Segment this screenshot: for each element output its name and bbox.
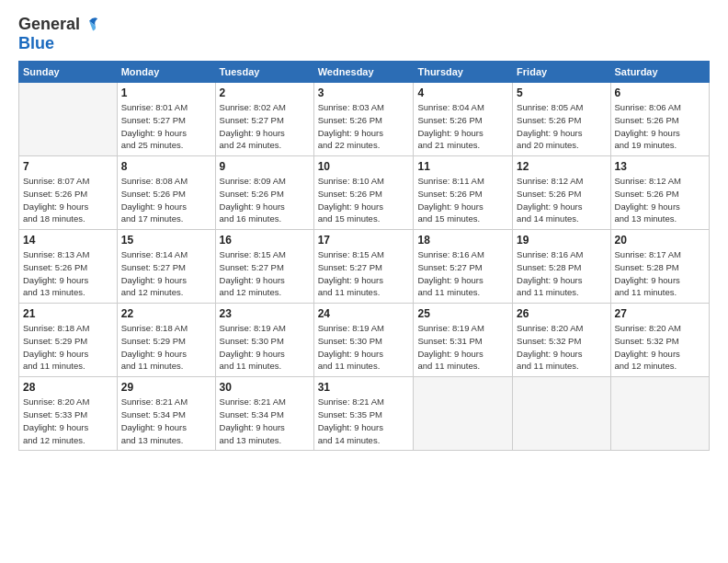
day-info: Sunrise: 8:20 AMSunset: 5:32 PMDaylight:… [615, 322, 705, 373]
day-info: Sunrise: 8:10 AMSunset: 5:26 PMDaylight:… [318, 175, 410, 225]
day-number: 2 [220, 86, 310, 99]
day-number: 24 [318, 307, 410, 320]
calendar-cell [610, 377, 709, 451]
day-number: 18 [417, 234, 508, 247]
day-number: 13 [615, 160, 705, 173]
day-info: Sunrise: 8:11 AMSunset: 5:26 PMDaylight:… [417, 175, 508, 225]
day-number: 28 [23, 381, 113, 394]
logo-container: General Blue [18, 15, 98, 52]
day-number: 16 [220, 234, 310, 247]
day-number: 31 [318, 381, 410, 394]
calendar-header-saturday: Saturday [610, 62, 709, 83]
calendar-cell: 6Sunrise: 8:06 AMSunset: 5:26 PMDaylight… [610, 83, 709, 156]
day-info: Sunrise: 8:15 AMSunset: 5:27 PMDaylight:… [318, 248, 410, 299]
day-number: 26 [517, 307, 606, 320]
calendar-table: SundayMondayTuesdayWednesdayThursdayFrid… [18, 61, 710, 451]
calendar-cell: 15Sunrise: 8:14 AMSunset: 5:27 PMDayligh… [117, 230, 215, 304]
calendar-header-monday: Monday [117, 62, 215, 83]
calendar-cell: 22Sunrise: 8:18 AMSunset: 5:29 PMDayligh… [117, 304, 215, 377]
day-number: 4 [417, 86, 508, 99]
day-info: Sunrise: 8:16 AMSunset: 5:27 PMDaylight:… [417, 248, 508, 299]
day-number: 5 [517, 86, 606, 99]
calendar-cell [414, 377, 513, 451]
calendar-cell: 9Sunrise: 8:09 AMSunset: 5:26 PMDaylight… [215, 156, 313, 230]
calendar-cell: 20Sunrise: 8:17 AMSunset: 5:28 PMDayligh… [610, 230, 709, 304]
calendar-header-thursday: Thursday [414, 62, 513, 83]
calendar-cell: 8Sunrise: 8:08 AMSunset: 5:26 PMDaylight… [117, 156, 215, 230]
day-number: 15 [121, 234, 211, 247]
day-number: 21 [23, 307, 113, 320]
day-info: Sunrise: 8:19 AMSunset: 5:30 PMDaylight:… [220, 322, 310, 373]
day-number: 8 [121, 160, 211, 173]
day-number: 7 [23, 160, 113, 173]
calendar-cell [19, 83, 118, 156]
calendar-cell: 7Sunrise: 8:07 AMSunset: 5:26 PMDaylight… [19, 156, 118, 230]
calendar-cell: 29Sunrise: 8:21 AMSunset: 5:34 PMDayligh… [117, 377, 215, 451]
calendar-cell: 3Sunrise: 8:03 AMSunset: 5:26 PMDaylight… [313, 83, 414, 156]
calendar-cell: 18Sunrise: 8:16 AMSunset: 5:27 PMDayligh… [414, 230, 513, 304]
day-number: 9 [220, 160, 310, 173]
calendar-header-friday: Friday [513, 62, 610, 83]
calendar-cell: 5Sunrise: 8:05 AMSunset: 5:26 PMDaylight… [513, 83, 610, 156]
calendar-cell: 31Sunrise: 8:21 AMSunset: 5:35 PMDayligh… [313, 377, 414, 451]
day-number: 14 [23, 234, 113, 247]
calendar-cell [513, 377, 610, 451]
day-info: Sunrise: 8:16 AMSunset: 5:28 PMDaylight:… [517, 248, 606, 299]
day-info: Sunrise: 8:19 AMSunset: 5:31 PMDaylight:… [417, 322, 508, 373]
day-info: Sunrise: 8:21 AMSunset: 5:34 PMDaylight:… [220, 396, 310, 446]
calendar-header-sunday: Sunday [19, 62, 118, 83]
calendar-cell: 17Sunrise: 8:15 AMSunset: 5:27 PMDayligh… [313, 230, 414, 304]
calendar-cell: 26Sunrise: 8:20 AMSunset: 5:32 PMDayligh… [513, 304, 610, 377]
day-number: 19 [517, 234, 606, 247]
day-info: Sunrise: 8:18 AMSunset: 5:29 PMDaylight:… [23, 322, 113, 373]
day-info: Sunrise: 8:21 AMSunset: 5:35 PMDaylight:… [318, 396, 410, 446]
calendar-week-row: 21Sunrise: 8:18 AMSunset: 5:29 PMDayligh… [19, 304, 710, 377]
day-number: 20 [615, 234, 705, 247]
calendar-cell: 24Sunrise: 8:19 AMSunset: 5:30 PMDayligh… [313, 304, 414, 377]
day-info: Sunrise: 8:04 AMSunset: 5:26 PMDaylight:… [417, 101, 508, 152]
day-number: 25 [417, 307, 508, 320]
day-number: 17 [318, 234, 410, 247]
calendar-cell: 28Sunrise: 8:20 AMSunset: 5:33 PMDayligh… [19, 377, 118, 451]
calendar-cell: 21Sunrise: 8:18 AMSunset: 5:29 PMDayligh… [19, 304, 118, 377]
day-number: 10 [318, 160, 410, 173]
day-info: Sunrise: 8:14 AMSunset: 5:27 PMDaylight:… [121, 248, 211, 299]
day-info: Sunrise: 8:12 AMSunset: 5:26 PMDaylight:… [615, 175, 705, 225]
calendar-cell: 16Sunrise: 8:15 AMSunset: 5:27 PMDayligh… [215, 230, 313, 304]
calendar-header-tuesday: Tuesday [215, 62, 313, 83]
day-number: 23 [220, 307, 310, 320]
day-info: Sunrise: 8:20 AMSunset: 5:33 PMDaylight:… [23, 396, 113, 446]
day-info: Sunrise: 8:09 AMSunset: 5:26 PMDaylight:… [220, 175, 310, 225]
calendar-cell: 14Sunrise: 8:13 AMSunset: 5:26 PMDayligh… [19, 230, 118, 304]
day-info: Sunrise: 8:19 AMSunset: 5:30 PMDaylight:… [318, 322, 410, 373]
day-number: 12 [517, 160, 606, 173]
calendar-header-row: SundayMondayTuesdayWednesdayThursdayFrid… [19, 62, 710, 83]
day-info: Sunrise: 8:07 AMSunset: 5:26 PMDaylight:… [23, 175, 113, 225]
day-number: 3 [318, 86, 410, 99]
calendar-header-wednesday: Wednesday [313, 62, 414, 83]
day-number: 29 [121, 381, 211, 394]
calendar-cell: 10Sunrise: 8:10 AMSunset: 5:26 PMDayligh… [313, 156, 414, 230]
day-info: Sunrise: 8:02 AMSunset: 5:27 PMDaylight:… [220, 101, 310, 152]
day-info: Sunrise: 8:17 AMSunset: 5:28 PMDaylight:… [615, 248, 705, 299]
day-info: Sunrise: 8:08 AMSunset: 5:26 PMDaylight:… [121, 175, 211, 225]
header: General Blue [18, 15, 710, 52]
day-info: Sunrise: 8:05 AMSunset: 5:26 PMDaylight:… [517, 101, 606, 152]
calendar-cell: 2Sunrise: 8:02 AMSunset: 5:27 PMDaylight… [215, 83, 313, 156]
logo-bird-icon [80, 15, 98, 33]
calendar-cell: 13Sunrise: 8:12 AMSunset: 5:26 PMDayligh… [610, 156, 709, 230]
calendar-week-row: 14Sunrise: 8:13 AMSunset: 5:26 PMDayligh… [19, 230, 710, 304]
day-info: Sunrise: 8:13 AMSunset: 5:26 PMDaylight:… [23, 248, 113, 299]
day-number: 27 [615, 307, 705, 320]
calendar-cell: 12Sunrise: 8:12 AMSunset: 5:26 PMDayligh… [513, 156, 610, 230]
day-info: Sunrise: 8:01 AMSunset: 5:27 PMDaylight:… [121, 101, 211, 152]
day-info: Sunrise: 8:06 AMSunset: 5:26 PMDaylight:… [615, 101, 705, 152]
logo: General Blue [18, 15, 98, 52]
day-info: Sunrise: 8:18 AMSunset: 5:29 PMDaylight:… [121, 322, 211, 373]
day-info: Sunrise: 8:21 AMSunset: 5:34 PMDaylight:… [121, 396, 211, 446]
day-info: Sunrise: 8:12 AMSunset: 5:26 PMDaylight:… [517, 175, 606, 225]
calendar-cell: 1Sunrise: 8:01 AMSunset: 5:27 PMDaylight… [117, 83, 215, 156]
day-number: 22 [121, 307, 211, 320]
calendar-cell: 27Sunrise: 8:20 AMSunset: 5:32 PMDayligh… [610, 304, 709, 377]
calendar-week-row: 7Sunrise: 8:07 AMSunset: 5:26 PMDaylight… [19, 156, 710, 230]
